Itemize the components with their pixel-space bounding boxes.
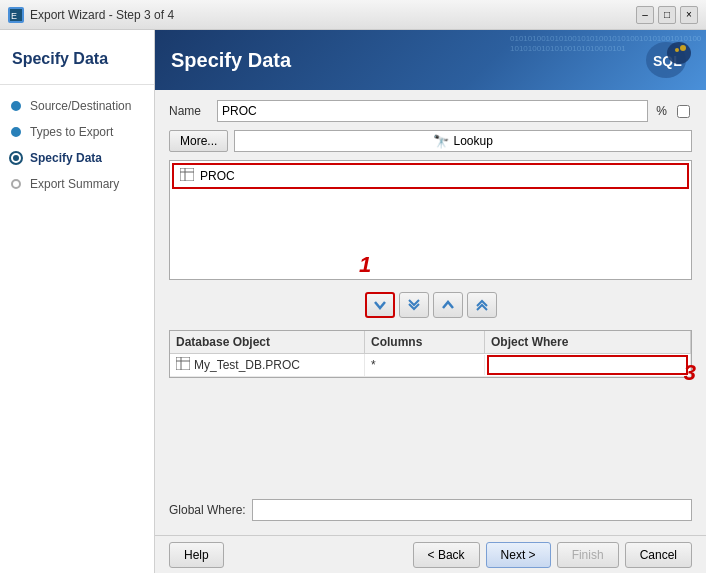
arrow-down-all-button[interactable] xyxy=(399,292,429,318)
lookup-row: More... 🔭 Lookup xyxy=(169,130,692,152)
next-button[interactable]: Next > xyxy=(486,542,551,568)
global-where-label: Global Where: xyxy=(169,503,246,517)
col-header-db-object: Database Object xyxy=(170,331,365,353)
more-button[interactable]: More... xyxy=(169,130,228,152)
svg-rect-12 xyxy=(176,357,190,370)
cell-db-object: My_Test_DB.PROC xyxy=(170,354,365,376)
badge-1: 1 xyxy=(359,252,371,278)
help-button[interactable]: Help xyxy=(169,542,224,568)
svg-point-8 xyxy=(675,48,679,52)
sidebar: Specify Data Source/Destination Types to… xyxy=(0,30,155,573)
table-icon xyxy=(180,168,194,184)
object-list-item[interactable]: PROC xyxy=(172,163,689,189)
badge-3: 3 xyxy=(684,360,696,386)
arrow-buttons xyxy=(169,288,692,322)
object-list: PROC xyxy=(169,160,692,280)
content-body: Name PROC % More... 🔭 Lookup xyxy=(155,90,706,535)
back-button[interactable]: < Back xyxy=(413,542,480,568)
sidebar-heading: Specify Data xyxy=(0,40,154,85)
arrow-up-all-button[interactable] xyxy=(467,292,497,318)
sidebar-label-summary: Export Summary xyxy=(30,177,119,191)
cell-columns: * xyxy=(365,355,485,375)
sidebar-item-types-to-export[interactable]: Types to Export xyxy=(0,119,154,145)
arrow-down-button[interactable] xyxy=(365,292,395,318)
content-title: Specify Data xyxy=(171,49,291,72)
finish-button[interactable]: Finish xyxy=(557,542,619,568)
step-icon-source xyxy=(8,98,24,114)
cell-object-where xyxy=(485,354,691,376)
lookup-button[interactable]: 🔭 Lookup xyxy=(234,130,692,152)
sidebar-label-types: Types to Export xyxy=(30,125,113,139)
minimize-button[interactable]: – xyxy=(636,6,654,24)
name-input[interactable]: PROC xyxy=(217,100,648,122)
svg-rect-9 xyxy=(180,168,194,181)
percent-checkbox[interactable] xyxy=(677,105,690,118)
step-icon-types xyxy=(8,124,24,140)
window-title: Export Wizard - Step 3 of 4 xyxy=(30,8,174,22)
sidebar-label-specify: Specify Data xyxy=(30,151,102,165)
object-item-label: PROC xyxy=(200,169,235,183)
content-header: Specify Data 010101001010100101010010101… xyxy=(155,30,706,90)
svg-text:E: E xyxy=(11,11,17,21)
arrow-up-button[interactable] xyxy=(433,292,463,318)
svg-point-6 xyxy=(667,42,691,64)
step-icon-summary xyxy=(8,176,24,192)
bottom-table: Database Object Columns Object Where xyxy=(169,330,692,378)
sidebar-item-source-destination[interactable]: Source/Destination xyxy=(0,93,154,119)
header-logo: SQL xyxy=(636,35,696,85)
table-header: Database Object Columns Object Where xyxy=(170,331,691,354)
table-row: My_Test_DB.PROC * xyxy=(170,354,691,377)
sidebar-label-source: Source/Destination xyxy=(30,99,131,113)
cancel-button[interactable]: Cancel xyxy=(625,542,692,568)
lookup-button-label: Lookup xyxy=(453,134,492,148)
svg-point-7 xyxy=(680,45,686,51)
maximize-button[interactable]: □ xyxy=(658,6,676,24)
sidebar-item-export-summary[interactable]: Export Summary xyxy=(0,171,154,197)
step-icon-specify xyxy=(8,150,24,166)
row-db-object-value: My_Test_DB.PROC xyxy=(194,358,300,372)
svg-point-3 xyxy=(13,155,19,161)
col-header-columns: Columns xyxy=(365,331,485,353)
object-where-input[interactable] xyxy=(487,355,688,375)
title-bar: E Export Wizard - Step 3 of 4 – □ × xyxy=(0,0,706,30)
global-where-input[interactable] xyxy=(252,499,692,521)
content-area: Specify Data 010101001010100101010010101… xyxy=(155,30,706,573)
col-header-object-where: Object Where xyxy=(485,331,691,353)
sidebar-item-specify-data[interactable]: Specify Data xyxy=(0,145,154,171)
percent-label: % xyxy=(656,104,667,118)
footer: Help < Back Next > Finish Cancel xyxy=(155,535,706,573)
name-row: Name PROC % xyxy=(169,100,692,122)
global-where-row: Global Where: xyxy=(169,493,692,525)
app-icon: E xyxy=(8,7,24,23)
binoculars-icon: 🔭 xyxy=(433,134,449,149)
close-button[interactable]: × xyxy=(680,6,698,24)
row-table-icon xyxy=(176,357,190,373)
name-label: Name xyxy=(169,104,209,118)
